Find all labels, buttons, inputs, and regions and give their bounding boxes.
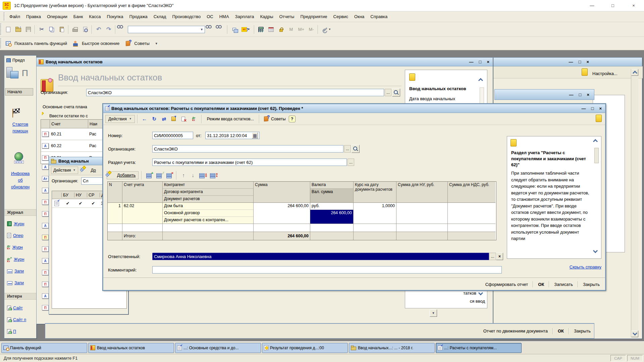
col-bu[interactable]: БУ <box>61 193 74 197</box>
check-nu[interactable]: ✔ <box>74 201 87 206</box>
menu-item-service[interactable]: Сервис <box>330 13 352 20</box>
cell-currency[interactable]: руб. <box>310 203 353 210</box>
close-button[interactable]: × <box>586 59 589 64</box>
lock-button[interactable] <box>276 24 286 35</box>
section-ellipsis-button[interactable]: ... <box>347 159 354 166</box>
edit-row-button[interactable]: ∕ <box>155 171 163 179</box>
dialog-titlebar[interactable]: Ввод начальных остатков: Расчеты с покуп… <box>103 104 605 113</box>
window1-titlebar[interactable]: Ввод начальных остатков — □ × <box>37 58 493 66</box>
generate-report-button[interactable]: Сформировать отчет <box>485 282 528 287</box>
menu-item-operations[interactable]: Операции <box>44 13 70 20</box>
updates-info-link[interactable]: Информа <box>4 171 36 176</box>
quick-learn-button[interactable] <box>70 39 80 49</box>
start-assistant-link-2[interactable]: помощн <box>4 129 36 133</box>
show-function-panel-button[interactable] <box>3 39 13 49</box>
menu-item-cash[interactable]: Касса <box>86 13 104 20</box>
menu-item-bank[interactable]: Банк <box>70 13 86 20</box>
account-type-icon[interactable]: А <box>42 164 49 170</box>
tab-start[interactable]: Начало <box>5 88 33 96</box>
updates-info-link-3[interactable]: обновлен <box>4 185 36 189</box>
menu-item-production[interactable]: Производство <box>169 13 204 20</box>
check-sr[interactable]: ✔ <box>87 201 100 206</box>
minimize-button[interactable]: — <box>569 92 574 97</box>
col-account[interactable]: Счет учета <box>122 182 162 203</box>
account-type-icon[interactable]: Ат <box>42 176 49 181</box>
account-row[interactable]: П 60.21 Рас <box>41 128 103 140</box>
redo-button[interactable] <box>104 24 114 35</box>
help-scroll-thumb[interactable] <box>594 148 599 163</box>
tools-dropdown-icon[interactable]: ▼ <box>328 28 331 31</box>
menu-item-sale[interactable]: Продажа <box>126 13 151 20</box>
maximize-button[interactable]: □ <box>579 92 582 97</box>
undo-button[interactable] <box>94 24 104 35</box>
col-sum[interactable]: Сумма <box>254 182 310 203</box>
copy-window-button[interactable] <box>229 24 239 35</box>
new-document-button[interactable] <box>3 24 13 35</box>
move-up-button[interactable] <box>179 171 187 179</box>
previous-document-button[interactable] <box>140 115 149 123</box>
ok-button[interactable]: ОК <box>558 328 564 334</box>
close-button[interactable]: × <box>599 106 602 111</box>
col-currency[interactable]: Валюта <box>310 182 353 189</box>
memory-plus-button[interactable]: М+ <box>296 27 306 32</box>
tips-label[interactable]: Советы <box>134 41 149 46</box>
add-row-button[interactable]: Добавить <box>107 171 139 179</box>
move-down-button[interactable] <box>189 171 197 179</box>
maximize-button[interactable]: □ <box>579 59 581 64</box>
find-button[interactable] <box>117 24 127 35</box>
menu-item-edit[interactable]: Правка <box>23 13 44 20</box>
col-contract[interactable]: Договор контрагента <box>163 189 253 196</box>
save-button[interactable]: Записать <box>554 282 573 287</box>
show-function-panel-label[interactable]: Показать панель функций <box>14 41 67 46</box>
about-1c-button[interactable]: 1С▼ <box>239 24 253 35</box>
menu-item-enterprise[interactable]: Предприятие <box>297 13 330 20</box>
number-field[interactable]: СИИ00000005 <box>152 132 193 139</box>
col-sr[interactable]: СР <box>87 193 100 197</box>
help-scroll-up-icon[interactable] <box>478 78 483 83</box>
cell-sum-nu[interactable] <box>396 203 447 224</box>
close-button[interactable]: Закрыть <box>583 282 600 287</box>
calendar-picker-button[interactable] <box>252 132 258 138</box>
tips-button[interactable] <box>123 39 133 49</box>
org-open-button[interactable] <box>392 88 400 97</box>
menu-item-warehouse[interactable]: Склад <box>151 13 169 20</box>
taskbar-item-fixed-assets[interactable]: ...: Основные средства и до... <box>175 343 261 353</box>
account-type-icon[interactable]: А <box>42 188 49 193</box>
cut-button[interactable] <box>37 24 47 35</box>
settings-button[interactable]: Настройка... <box>592 71 618 76</box>
taskbar-item-function-panel[interactable]: Панель функций <box>1 343 87 353</box>
cell-sum-nds[interactable] <box>448 203 495 224</box>
toolbar2-more-icon[interactable]: ▼ <box>155 42 158 45</box>
taskbar-item-opening-balances[interactable]: Ввод начальных остатков <box>88 343 174 353</box>
help-button[interactable]: ? <box>289 116 296 122</box>
scroll-up-button[interactable] <box>631 69 638 76</box>
account-type-icon[interactable]: П <box>42 246 49 252</box>
account-type-icon[interactable]: П <box>42 211 49 217</box>
col-sum-nu[interactable]: Сумма для НУ, руб. <box>396 182 447 203</box>
menu-item-reports[interactable]: Отчеты <box>276 13 297 20</box>
tips-button[interactable] <box>262 115 270 123</box>
account-type-icon[interactable]: П <box>42 270 49 275</box>
close-button[interactable]: × <box>587 92 589 97</box>
background-window-result-titlebar[interactable]: — □ × <box>494 89 594 100</box>
account-type-icon[interactable]: А <box>42 258 49 263</box>
help-scrollbar[interactable] <box>480 87 484 106</box>
comment-field[interactable] <box>152 266 502 274</box>
delete-row-button[interactable]: × <box>165 171 173 179</box>
hide-help-link[interactable]: Скрыть справку <box>507 264 601 269</box>
toolbar-drag-handle[interactable] <box>0 23 2 35</box>
post-document-button[interactable] <box>169 115 178 123</box>
window-a-titlebar[interactable]: — □ × <box>493 58 642 66</box>
memory-minus-button[interactable]: М- <box>306 27 316 32</box>
print-preview-button[interactable] <box>80 24 90 35</box>
ok-button[interactable]: ОК <box>538 282 544 287</box>
app-close-button[interactable]: × <box>623 0 644 11</box>
show-postings-button[interactable]: ДтКт <box>189 115 199 123</box>
cell-n[interactable]: 1 <box>108 203 122 224</box>
cell-contractor[interactable]: Дом быта <box>163 203 253 210</box>
menu-item-nma[interactable]: НМА <box>216 13 232 20</box>
actions-button[interactable]: Действия▼ <box>105 115 135 123</box>
menu-item-salary[interactable]: Зарплата <box>232 13 257 20</box>
menu-drag-handle[interactable] <box>3 12 5 21</box>
help-scroll-down-icon[interactable] <box>478 291 483 295</box>
